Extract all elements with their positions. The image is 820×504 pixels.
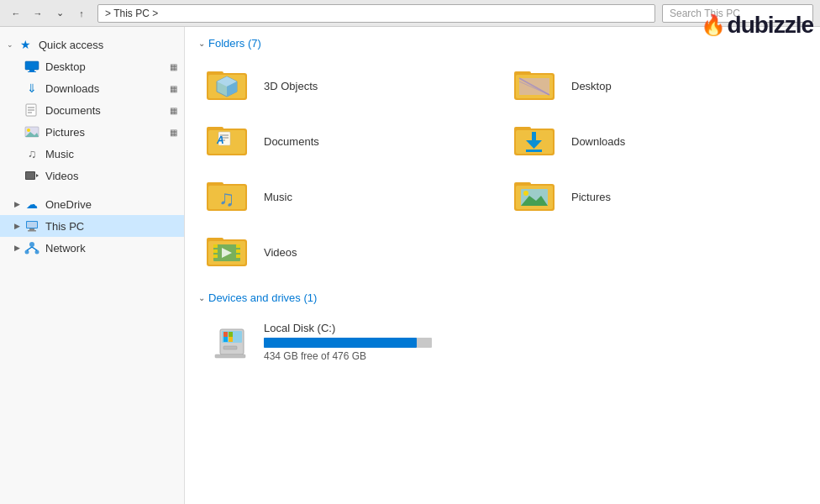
content-area: ⌄ Folders (7) — [185, 27, 820, 504]
drive-local-disk-c[interactable]: Local Disk (C:) 434 GB free of 476 GB — [198, 314, 807, 370]
music-icon: ♫ — [24, 145, 40, 162]
folder-documents-label: Documents — [264, 135, 319, 148]
folder-3d-objects-icon — [205, 65, 255, 107]
folder-desktop-label: Desktop — [571, 80, 612, 92]
svg-rect-67 — [236, 255, 240, 258]
drive-c-name: Local Disk (C:) — [264, 322, 800, 334]
svg-marker-11 — [36, 174, 39, 177]
title-bar: ← → ⌄ ↑ > This PC > Search This PC 🔥 dub… — [0, 0, 820, 27]
devices-section-header[interactable]: ⌄ Devices and drives (1) — [198, 291, 807, 304]
desktop-pin-icon: ▦ — [170, 62, 177, 71]
videos-icon — [24, 167, 40, 184]
sidebar-music-label: Music — [45, 148, 177, 160]
sidebar-item-pictures[interactable]: Pictures ▦ — [0, 121, 184, 143]
sidebar-item-documents[interactable]: Documents ▦ — [0, 99, 184, 121]
svg-rect-76 — [215, 354, 245, 358]
quick-access-star-icon: ★ — [17, 36, 34, 53]
folder-3d-objects[interactable]: 3D Objects — [198, 60, 499, 112]
folder-downloads-label: Downloads — [571, 135, 625, 148]
svg-rect-75 — [223, 346, 237, 349]
documents-icon — [24, 102, 40, 118]
main-layout: ⌄ ★ Quick access Desktop ▦ ⇓ Downloads ▦ — [0, 27, 820, 504]
drive-c-icon — [205, 321, 255, 363]
svg-rect-15 — [29, 228, 34, 230]
folder-pictures[interactable]: Pictures — [506, 171, 807, 223]
folder-downloads[interactable]: Downloads — [506, 115, 807, 167]
drive-c-bar-fill — [264, 338, 417, 348]
svg-rect-14 — [27, 222, 37, 228]
svg-rect-2 — [28, 71, 36, 72]
thispc-icon — [24, 218, 40, 234]
network-expand-icon: ▶ — [10, 241, 24, 255]
svg-rect-47 — [526, 150, 542, 152]
sidebar-item-onedrive[interactable]: ▶ ☁ OneDrive — [0, 193, 184, 215]
svg-line-20 — [27, 247, 32, 250]
svg-point-56 — [523, 191, 528, 196]
drive-c-info: Local Disk (C:) 434 GB free of 476 GB — [264, 322, 800, 362]
sidebar-item-desktop[interactable]: Desktop ▦ — [0, 55, 184, 77]
devices-section-label: Devices and drives (1) — [208, 291, 317, 304]
svg-rect-71 — [223, 332, 228, 337]
folder-downloads-icon — [512, 120, 563, 162]
sidebar-item-music[interactable]: ♫ Music — [0, 143, 184, 165]
quick-access-label: Quick access — [39, 39, 177, 51]
folder-pictures-label: Pictures — [571, 191, 611, 203]
sidebar-item-downloads[interactable]: ⇓ Downloads ▦ — [0, 77, 184, 99]
nav-buttons: ← → ⌄ ↑ — [7, 4, 91, 23]
drive-c-bar-bg — [264, 338, 432, 348]
folder-desktop[interactable]: Desktop — [506, 60, 807, 112]
folder-videos-label: Videos — [264, 246, 297, 259]
svg-rect-63 — [213, 249, 218, 253]
address-bar[interactable]: > This PC > — [97, 4, 655, 23]
downloads-pin-icon: ▦ — [170, 84, 177, 93]
folder-documents[interactable]: A Documents — [198, 115, 499, 167]
drive-c-size: 434 GB free of 476 GB — [264, 350, 800, 362]
svg-point-8 — [27, 129, 30, 132]
folder-videos-icon — [205, 231, 255, 273]
folder-desktop-icon — [512, 65, 563, 107]
pictures-icon — [24, 123, 40, 140]
sidebar-item-videos[interactable]: Videos — [0, 165, 184, 186]
search-placeholder: Search This PC — [670, 8, 740, 19]
svg-rect-64 — [213, 255, 218, 258]
sidebar-item-quick-access[interactable]: ⌄ ★ Quick access — [0, 34, 184, 55]
sidebar-item-network[interactable]: ▶ Network — [0, 237, 184, 259]
onedrive-expand-icon: ▶ — [10, 197, 24, 211]
svg-rect-72 — [229, 332, 233, 337]
downloads-icon: ⇓ — [24, 80, 40, 97]
recent-button[interactable]: ⌄ — [50, 4, 69, 23]
sidebar-documents-label: Documents — [45, 104, 166, 117]
svg-rect-0 — [25, 61, 39, 70]
svg-rect-65 — [236, 244, 240, 248]
svg-point-18 — [25, 250, 29, 255]
quick-access-expand-icon: ⌄ — [3, 38, 17, 51]
sidebar-network-label: Network — [45, 242, 177, 255]
up-button[interactable]: ↑ — [72, 4, 91, 23]
folder-documents-icon: A — [205, 120, 255, 162]
sidebar-item-thispc[interactable]: ▶ This PC — [0, 215, 184, 237]
svg-rect-16 — [28, 230, 36, 232]
folders-section-header[interactable]: ⌄ Folders (7) — [198, 37, 807, 50]
folder-grid: 3D Objects Desktop — [198, 60, 807, 278]
folder-videos[interactable]: Videos — [198, 226, 499, 278]
pictures-pin-icon: ▦ — [170, 128, 177, 137]
sidebar-videos-label: Videos — [45, 170, 177, 182]
back-button[interactable]: ← — [7, 4, 25, 23]
svg-rect-73 — [223, 337, 228, 342]
search-bar[interactable]: Search This PC — [662, 4, 813, 23]
folder-pictures-icon — [512, 176, 563, 218]
svg-rect-66 — [236, 249, 240, 253]
sidebar: ⌄ ★ Quick access Desktop ▦ ⇓ Downloads ▦ — [0, 27, 185, 504]
sidebar-downloads-label: Downloads — [45, 82, 166, 95]
address-text: > This PC > — [105, 8, 158, 19]
folder-music[interactable]: ♫ Music — [198, 171, 499, 223]
sidebar-thispc-label: This PC — [45, 220, 177, 233]
forward-button[interactable]: → — [29, 4, 47, 23]
folders-chevron-icon: ⌄ — [198, 39, 205, 48]
documents-pin-icon: ▦ — [170, 106, 177, 115]
sidebar-desktop-label: Desktop — [45, 60, 166, 73]
svg-point-19 — [35, 250, 39, 255]
svg-line-21 — [32, 247, 37, 250]
sidebar-pictures-label: Pictures — [45, 126, 166, 139]
svg-rect-1 — [29, 70, 34, 71]
